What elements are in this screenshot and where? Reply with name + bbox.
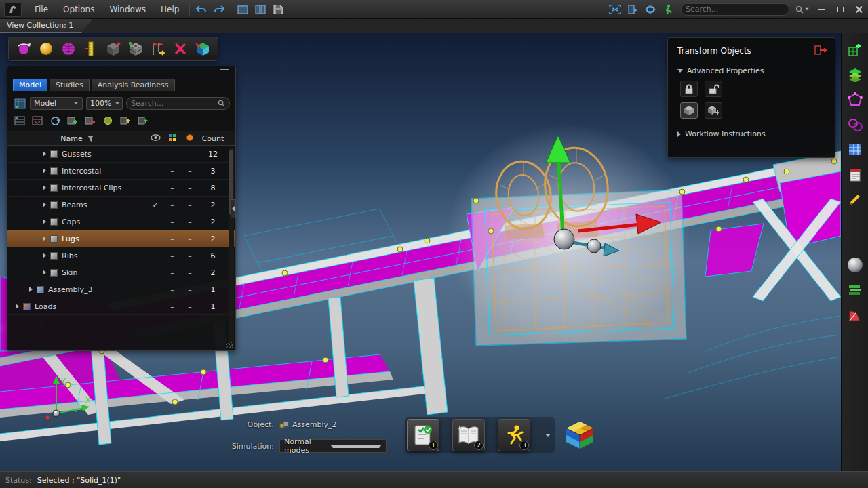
tile-windows-icon[interactable]	[252, 2, 269, 17]
material-cell[interactable]: –	[181, 201, 199, 209]
name-column-header[interactable]: Name	[60, 134, 82, 143]
fit-view-icon[interactable]	[606, 2, 624, 17]
panel-minimize-icon[interactable]	[220, 69, 229, 70]
mesh-cell[interactable]: –	[163, 251, 181, 260]
walkthrough-icon[interactable]	[659, 2, 677, 17]
view-collection-tab[interactable]: View Collection: 1	[0, 19, 92, 33]
section-cube-icon[interactable]	[193, 39, 213, 58]
material-cell[interactable]: –	[181, 235, 199, 243]
redo-icon[interactable]	[210, 2, 228, 17]
add-group-icon[interactable]	[66, 115, 79, 127]
mesh-cube-icon[interactable]	[125, 39, 146, 58]
material-cell[interactable]: –	[181, 150, 199, 159]
menu-options[interactable]: Options	[56, 0, 102, 19]
global-search-input[interactable]	[686, 5, 784, 14]
filter-add-icon[interactable]	[136, 115, 150, 127]
material-column-icon[interactable]	[186, 134, 194, 142]
manipulator-origin-ball[interactable]	[554, 229, 574, 249]
node-circles-icon[interactable]	[845, 115, 865, 135]
material-cell[interactable]: –	[181, 302, 199, 311]
material-cell[interactable]: –	[181, 184, 199, 192]
layer-stack-icon[interactable]	[845, 64, 865, 85]
search-icon[interactable]	[218, 100, 225, 107]
refresh-tree-icon[interactable]	[48, 115, 62, 127]
tab-studies[interactable]: Studies	[50, 79, 90, 92]
object-value[interactable]: Assembly_2	[292, 420, 337, 429]
search-icon[interactable]	[784, 5, 785, 14]
material-cell[interactable]: –	[181, 285, 199, 294]
undo-icon[interactable]	[193, 2, 210, 17]
remove-group-icon[interactable]	[83, 115, 97, 127]
expand-icon[interactable]	[29, 287, 33, 292]
expand-icon[interactable]	[43, 270, 46, 275]
save-icon[interactable]	[269, 2, 287, 17]
material-cell[interactable]: –	[181, 268, 199, 277]
mesh-create-icon[interactable]	[845, 39, 865, 60]
panel-titlebar[interactable]	[7, 66, 235, 79]
expand-all-icon[interactable]	[13, 115, 26, 127]
expand-icon[interactable]	[43, 151, 46, 157]
new-window-icon[interactable]	[234, 2, 252, 17]
menu-windows[interactable]: Windows	[102, 0, 153, 19]
mesh-cell[interactable]: –	[163, 268, 181, 277]
minimize-button[interactable]	[812, 2, 830, 17]
material-cell[interactable]: –	[181, 218, 199, 226]
polygon-geometry-icon[interactable]	[845, 89, 865, 110]
lock-button[interactable]	[680, 81, 698, 97]
material-cell[interactable]: –	[181, 251, 199, 260]
mesh-cell[interactable]: –	[163, 150, 181, 159]
expand-icon[interactable]	[43, 202, 46, 207]
search-options-icon[interactable]	[793, 2, 811, 17]
expand-icon[interactable]	[43, 168, 46, 174]
section-advanced-properties[interactable]: Advanced Properties	[677, 66, 827, 75]
solid-cube-icon[interactable]	[103, 39, 123, 58]
panel-resize-grip[interactable]	[226, 342, 233, 348]
measure-icon[interactable]	[81, 39, 101, 58]
laminate-layers-icon[interactable]	[845, 280, 865, 300]
maximize-button[interactable]	[831, 2, 849, 17]
expand-icon[interactable]	[43, 185, 46, 190]
sort-add-icon[interactable]	[119, 115, 132, 127]
table-row-skin[interactable]: Skin ––2	[7, 264, 235, 281]
section-fan-icon[interactable]	[845, 305, 865, 325]
table-row-assembly-3[interactable]: Assembly_3 ––1	[7, 281, 235, 298]
expand-icon[interactable]	[43, 236, 46, 241]
solve-button[interactable]: 3	[498, 419, 530, 451]
count-column-header[interactable]: Count	[199, 134, 227, 143]
table-row-intercostal[interactable]: Intercostal ––3	[7, 163, 235, 180]
mesh-cell[interactable]: –	[163, 302, 181, 311]
manipulator-secondary-ball[interactable]	[587, 239, 601, 253]
mesh-cell[interactable]: –	[163, 167, 181, 176]
check-model-button[interactable]: 1	[407, 419, 439, 451]
zoom-dropdown[interactable]: 100%	[86, 97, 123, 110]
steps-more-button[interactable]	[543, 419, 553, 451]
copy-object-button[interactable]	[705, 102, 722, 119]
move-object-button[interactable]	[680, 102, 698, 119]
tab-analysis-readiness[interactable]: Analysis Readiness	[92, 79, 175, 92]
rotate-display-icon[interactable]	[14, 39, 34, 58]
shaded-sphere-icon[interactable]	[36, 39, 56, 58]
menu-help[interactable]: Help	[153, 0, 186, 19]
report-clipboard-icon[interactable]	[845, 165, 865, 185]
export-view-icon[interactable]	[624, 2, 642, 17]
material-cell[interactable]: –	[181, 167, 199, 176]
flags-icon[interactable]	[148, 39, 168, 58]
table-row-beams[interactable]: Beams ✓––2	[7, 197, 235, 214]
expand-icon[interactable]	[16, 304, 19, 309]
orbit-view-icon[interactable]	[642, 2, 659, 17]
app-logo[interactable]	[4, 2, 22, 17]
visibility-cell[interactable]: ✓	[147, 201, 163, 209]
visibility-column-icon[interactable]	[151, 134, 161, 141]
results-display-button[interactable]	[563, 419, 597, 451]
expand-icon[interactable]	[43, 253, 46, 258]
close-button[interactable]	[850, 2, 868, 17]
color-display-icon[interactable]	[101, 115, 115, 127]
tree-filter-dropdown[interactable]: Model	[30, 97, 83, 110]
table-row-gussets[interactable]: Gussets ––12	[7, 146, 235, 163]
mesh-cell[interactable]: –	[163, 218, 181, 226]
mesh-cell[interactable]: –	[163, 235, 181, 243]
collapse-all-icon[interactable]	[31, 115, 44, 127]
sphere-tool-icon[interactable]	[845, 255, 865, 275]
menu-file[interactable]: File	[27, 0, 56, 19]
simulation-dropdown[interactable]: Normal modes	[279, 439, 387, 453]
